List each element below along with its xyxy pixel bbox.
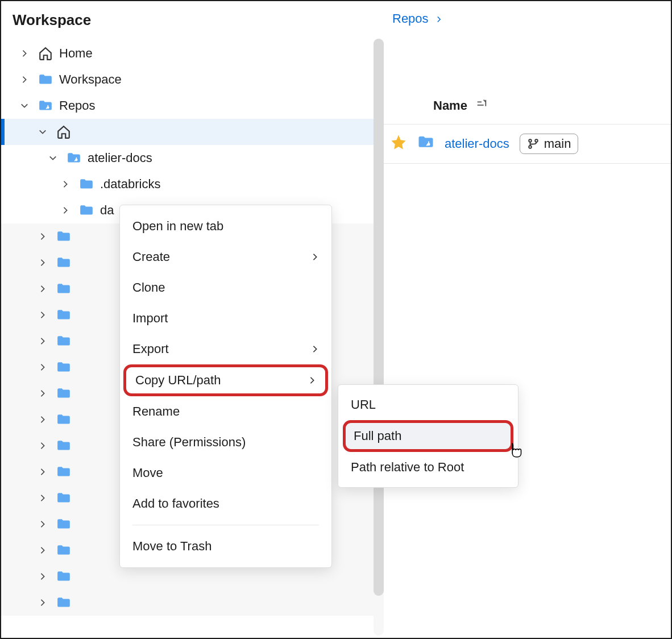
table-row[interactable]: atelier-docs main — [376, 125, 671, 163]
chevron-right-icon[interactable] — [17, 46, 32, 61]
menu-item-label: Clone — [132, 280, 165, 295]
menu-item-label: Import — [132, 311, 168, 326]
menu-item-label: Create — [132, 250, 170, 264]
folder-icon — [56, 438, 72, 454]
folder-icon — [56, 359, 72, 375]
tree-item-label: Workspace — [59, 72, 122, 87]
menu-item-label: Move to Trash — [132, 539, 211, 554]
menu-item-label: Full path — [354, 429, 401, 443]
repo-name[interactable]: atelier-docs — [445, 136, 509, 151]
chevron-right-icon — [311, 250, 319, 264]
chevron-right-icon[interactable] — [58, 177, 73, 192]
folder-icon — [56, 385, 72, 401]
tree-item-label: da — [100, 203, 114, 218]
folder-icon — [56, 516, 72, 532]
menu-item-copy-url-path[interactable]: Copy URL/path — [123, 364, 328, 396]
tree-item-atelier-docs[interactable]: atelier-docs — [1, 145, 376, 171]
menu-item-label: Rename — [132, 404, 180, 419]
menu-item-move-to-trash[interactable]: Move to Trash — [120, 531, 331, 562]
star-icon[interactable] — [390, 134, 407, 154]
folder-icon — [56, 281, 72, 297]
submenu-item-full-path[interactable]: Full path — [343, 420, 513, 452]
tree-item-label: Repos — [59, 98, 96, 113]
main-content: Repos Name atelier-docs — [376, 1, 671, 638]
chevron-down-icon[interactable] — [17, 98, 32, 113]
tree-item-label: .databricks — [100, 177, 160, 192]
menu-item-open-in-new-tab[interactable]: Open in new tab — [120, 211, 331, 242]
folder-icon — [56, 542, 72, 558]
chevron-right-icon[interactable] — [17, 72, 32, 87]
chevron-right-icon[interactable] — [35, 595, 50, 610]
submenu-item-path-relative-to-root[interactable]: Path relative to Root — [338, 452, 518, 483]
menu-item-import[interactable]: Import — [120, 303, 331, 334]
menu-item-rename[interactable]: Rename — [120, 396, 331, 427]
chevron-right-icon[interactable] — [35, 464, 50, 479]
chevron-right-icon[interactable] — [35, 360, 50, 375]
chevron-right-icon[interactable] — [35, 569, 50, 584]
folder-icon — [56, 412, 72, 428]
folder-icon — [78, 176, 94, 192]
svg-point-4 — [535, 139, 538, 142]
folder-icon — [56, 333, 72, 349]
chevron-right-icon[interactable] — [35, 412, 50, 427]
tree-item-repos[interactable]: Repos — [1, 93, 376, 119]
home-icon — [56, 124, 72, 140]
chevron-down-icon[interactable] — [45, 151, 60, 165]
chevron-right-icon[interactable] — [35, 281, 50, 296]
chevron-right-icon — [308, 373, 316, 388]
folder-icon — [56, 307, 72, 323]
menu-item-clone[interactable]: Clone — [120, 272, 331, 303]
tree-item-workspace[interactable]: Workspace — [1, 67, 376, 93]
breadcrumb-repos[interactable]: Repos — [392, 11, 429, 26]
branch-chip[interactable]: main — [520, 134, 579, 154]
chevron-right-icon — [435, 11, 442, 26]
menu-item-label: Export — [132, 342, 169, 356]
table: Name atelier-docs main — [376, 88, 671, 164]
chevron-right-icon[interactable] — [35, 491, 50, 505]
divider — [132, 525, 319, 525]
chevron-right-icon[interactable] — [35, 438, 50, 453]
submenu-item-url[interactable]: URL — [338, 389, 518, 420]
home-icon — [38, 45, 53, 61]
chevron-right-icon[interactable] — [35, 308, 50, 322]
menu-item-move[interactable]: Move — [120, 458, 331, 488]
menu-item-add-to-favorites[interactable]: Add to favorites — [120, 488, 331, 519]
tree-item-folder[interactable] — [1, 590, 376, 616]
branch-label: main — [544, 136, 571, 151]
menu-item-label: Add to favorites — [132, 496, 219, 511]
sidebar-title: Workspace — [1, 1, 376, 40]
column-header-name[interactable]: Name — [433, 98, 467, 113]
tree-item-databricks[interactable]: .databricks — [1, 171, 376, 197]
folder-icon — [56, 255, 72, 271]
menu-item-label: Path relative to Root — [351, 460, 464, 474]
tree-item-user-home[interactable] — [1, 119, 376, 145]
svg-point-5 — [529, 146, 532, 148]
cursor-pointer-icon — [507, 442, 523, 462]
scrollbar-thumb[interactable] — [374, 39, 384, 596]
chevron-right-icon[interactable] — [35, 543, 50, 558]
repo-folder-icon — [38, 98, 53, 114]
repo-folder-icon — [66, 150, 82, 166]
chevron-right-icon[interactable] — [58, 203, 73, 218]
menu-item-label: Move — [132, 466, 163, 480]
folder-icon — [56, 229, 72, 244]
scrollbar[interactable] — [374, 39, 384, 636]
chevron-right-icon[interactable] — [35, 255, 50, 270]
menu-item-label: Copy URL/path — [135, 373, 221, 388]
menu-item-export[interactable]: Export — [120, 334, 331, 364]
chevron-right-icon[interactable] — [35, 386, 50, 401]
chevron-right-icon — [311, 342, 319, 356]
folder-icon — [38, 72, 53, 88]
menu-item-create[interactable]: Create — [120, 242, 331, 272]
tree-item-label: Home — [59, 46, 93, 61]
menu-item-share-permissions[interactable]: Share (Permissions) — [120, 427, 331, 458]
chevron-right-icon[interactable] — [35, 517, 50, 532]
chevron-right-icon[interactable] — [35, 229, 50, 244]
chevron-right-icon[interactable] — [35, 334, 50, 348]
menu-item-label: Open in new tab — [132, 219, 223, 234]
breadcrumb: Repos — [376, 11, 671, 26]
folder-icon — [56, 490, 72, 506]
tree-item-home[interactable]: Home — [1, 40, 376, 67]
chevron-down-icon[interactable] — [35, 125, 50, 139]
sort-ascending-icon[interactable] — [475, 98, 488, 114]
